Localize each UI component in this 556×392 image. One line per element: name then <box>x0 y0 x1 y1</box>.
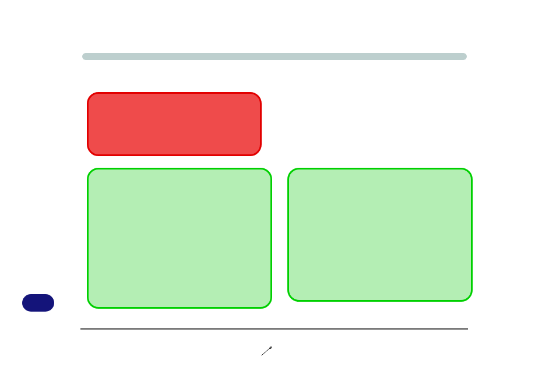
info-panel-left: $ <box>87 168 272 309</box>
header-bar <box>82 53 467 60</box>
needle-icon <box>261 347 273 356</box>
footer-divider <box>80 328 468 330</box>
info-panel-right <box>287 168 473 302</box>
diagram-stage: $ <box>0 0 556 392</box>
side-pill <box>22 294 54 312</box>
alert-panel <box>87 92 262 156</box>
svg-point-4 <box>269 347 272 349</box>
